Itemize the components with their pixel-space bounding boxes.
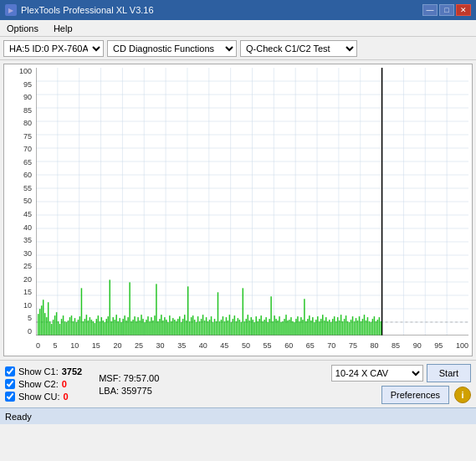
svg-rect-116 [164,317,165,336]
test-select[interactable]: Q-Check C1/C2 Test [240,40,357,57]
svg-rect-176 [264,320,264,336]
svg-rect-119 [169,315,170,336]
svg-rect-142 [207,321,208,336]
c1-value: 3752 [62,366,82,376]
svg-rect-222 [340,315,341,336]
svg-rect-214 [327,321,328,336]
svg-rect-175 [262,321,263,336]
bottom-panel: Show C1: 3752 Show C2: 0 Show CU: 0 MSF:… [0,360,476,407]
menu-help[interactable]: Help [50,23,76,34]
svg-rect-56 [64,321,65,336]
svg-rect-47 [49,321,50,336]
svg-rect-137 [199,321,200,336]
toolbar: HA:5 ID:0 PX-760A CD Diagnostic Function… [0,37,476,60]
msf-label: MSF: [99,373,120,383]
start-button[interactable]: Start [427,364,471,382]
svg-rect-167 [249,320,250,336]
svg-rect-183 [275,319,276,336]
c1-check-item: Show C1: 3752 [5,366,82,376]
svg-rect-50 [54,315,55,336]
menu-bar: Options Help [0,20,476,37]
y-label-40: 40 [23,224,32,232]
svg-rect-101 [139,320,140,336]
svg-rect-205 [312,317,313,336]
x-label-80: 80 [371,341,379,350]
svg-rect-72 [91,320,92,336]
svg-rect-233 [359,316,360,336]
svg-rect-91 [122,319,123,336]
svg-rect-207 [315,320,316,336]
y-label-55: 55 [23,185,32,192]
svg-rect-227 [349,322,350,336]
svg-rect-132 [191,317,192,336]
close-button[interactable]: ✕ [456,4,471,16]
svg-rect-99 [136,321,136,336]
svg-rect-157 [233,319,233,336]
status-text: Ready [5,412,32,422]
svg-rect-200 [304,299,305,336]
svg-rect-80 [105,322,105,336]
svg-rect-41 [39,309,40,336]
info-button[interactable]: i [454,387,471,403]
svg-rect-53 [59,324,60,336]
right-controls: 1-4 X CAV4-8 X CAV8-16 X CAV10-24 X CAV4… [331,364,471,404]
drive-select[interactable]: HA:5 ID:0 PX-760A [3,40,104,57]
svg-rect-161 [239,320,240,336]
minimize-button[interactable]: — [422,4,438,16]
function-select[interactable]: CD Diagnostic Functions [107,40,237,57]
svg-rect-151 [223,316,223,336]
svg-rect-126 [181,322,182,336]
x-label-75: 75 [349,341,357,350]
svg-rect-240 [371,322,371,336]
svg-rect-219 [335,321,336,336]
y-label-75: 75 [23,133,32,141]
svg-rect-218 [334,316,335,336]
svg-rect-63 [76,322,77,336]
svg-rect-186 [280,322,281,336]
speed-row: 1-4 X CAV4-8 X CAV8-16 X CAV10-24 X CAV4… [331,364,471,382]
svg-rect-147 [216,321,217,336]
maximize-button[interactable]: □ [439,4,454,16]
menu-options[interactable]: Options [3,23,42,34]
svg-rect-104 [144,322,145,336]
svg-rect-121 [172,318,173,336]
title-bar-left: ▶ PlexTools Professional XL V3.16 [5,4,154,16]
svg-rect-217 [332,319,333,336]
svg-rect-223 [342,321,343,336]
svg-rect-89 [119,318,120,336]
preferences-button[interactable]: Preferences [381,386,449,404]
x-label-65: 65 [306,341,315,350]
svg-rect-169 [253,320,253,336]
svg-rect-120 [171,321,171,336]
svg-rect-171 [255,316,256,336]
svg-rect-77 [100,321,100,336]
svg-rect-164 [244,321,245,336]
svg-rect-71 [90,317,90,336]
lba-row: LBA: 359775 [99,386,159,396]
window-controls[interactable]: — □ ✕ [422,4,471,16]
svg-rect-209 [319,321,320,336]
svg-rect-84 [110,321,111,336]
svg-rect-122 [174,320,175,336]
svg-rect-92 [124,315,125,336]
svg-rect-82 [108,316,109,336]
cu-checkbox[interactable] [5,392,15,402]
svg-rect-78 [101,317,102,336]
y-label-95: 95 [23,81,32,89]
svg-rect-88 [117,321,118,336]
speed-select[interactable]: 1-4 X CAV4-8 X CAV8-16 X CAV10-24 X CAV4… [331,365,423,382]
c1-label: Show C1: [18,366,59,376]
x-label-20: 20 [113,341,121,350]
c2-checkbox[interactable] [5,379,15,389]
svg-rect-153 [226,317,227,336]
svg-rect-114 [161,315,161,336]
stats-group: MSF: 79:57.00 LBA: 359775 [99,373,159,396]
c1-checkbox[interactable] [5,366,15,376]
svg-rect-168 [251,317,252,336]
title-bar: ▶ PlexTools Professional XL V3.16 — □ ✕ [0,0,476,20]
svg-rect-179 [269,319,269,336]
svg-rect-194 [294,322,294,336]
svg-rect-188 [284,319,284,336]
svg-rect-165 [246,319,247,336]
svg-rect-241 [372,319,373,336]
